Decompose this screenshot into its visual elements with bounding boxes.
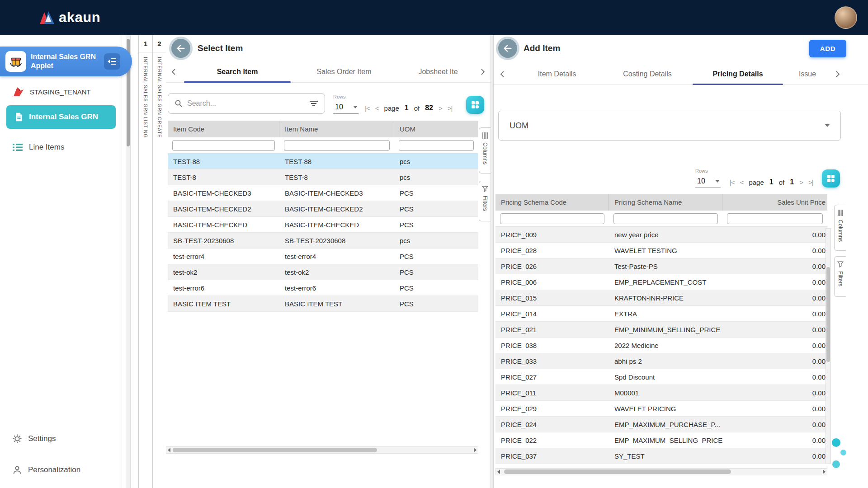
- table-row[interactable]: BASIC-ITEM-CHECKED BASIC-ITEM-CHECKED PC…: [168, 217, 478, 233]
- prev-page-button[interactable]: <: [740, 178, 744, 186]
- table-row[interactable]: TEST-8 TEST-8 pcs: [168, 169, 478, 185]
- horizontal-scrollbar-thumb[interactable]: [504, 469, 731, 474]
- workspace-tab-listing[interactable]: 1 INTERNAL SALES GRN LISTING: [138, 35, 152, 488]
- tabs-scroll-left-icon[interactable]: [171, 68, 176, 75]
- table-row[interactable]: PRICE_033 abhi ps 2 0.00: [495, 353, 827, 369]
- floating-dot[interactable]: [840, 450, 846, 455]
- filter-list-icon[interactable]: [309, 100, 318, 107]
- add-button[interactable]: ADD: [809, 40, 846, 57]
- tab-item-details[interactable]: Item Details: [512, 63, 602, 84]
- table-row[interactable]: PRICE_015 KRAFTON-INR-PRICE 0.00: [495, 290, 827, 306]
- collapse-menu-icon[interactable]: [104, 53, 120, 70]
- filter-input-item-code[interactable]: [172, 140, 275, 151]
- layout-grid-button[interactable]: [466, 96, 484, 114]
- search-input[interactable]: [187, 99, 305, 108]
- tab-costing-details[interactable]: Costing Details: [602, 63, 693, 84]
- sidebar-item-line-items[interactable]: Line Items: [0, 137, 122, 157]
- column-header-uom[interactable]: UOM: [394, 121, 478, 137]
- uom-select[interactable]: UOM: [498, 111, 841, 141]
- scroll-right-arrow-icon[interactable]: [474, 448, 476, 452]
- prev-page-button[interactable]: <: [375, 104, 379, 112]
- table-row[interactable]: PRICE_006 EMP_REPLACEMENT_COST 0.00: [495, 274, 827, 290]
- filters-side-tab[interactable]: Filters: [479, 181, 491, 221]
- table-row[interactable]: TEST-88 TEST-88 pcs: [168, 154, 478, 169]
- sidebar-item-personalization[interactable]: Personalization: [0, 460, 122, 480]
- cell-pricing-schema-code: PRICE_011: [495, 385, 609, 400]
- last-page-button[interactable]: >|: [448, 104, 453, 112]
- next-page-button[interactable]: >: [439, 104, 442, 112]
- tabs-scroll-right-icon[interactable]: [481, 68, 485, 75]
- floating-dot[interactable]: [832, 460, 840, 468]
- table-row[interactable]: BASIC-ITEM-CHECKED2 BASIC-ITEM-CHECKED2 …: [168, 201, 478, 217]
- tabs-scroll-right-icon[interactable]: [835, 70, 840, 78]
- filter-input-uom[interactable]: [399, 140, 474, 151]
- sidebar-item-internal-sales-grn[interactable]: Internal Sales GRN: [6, 105, 116, 129]
- table-row[interactable]: PRICE_009 new year price 0.00: [495, 227, 827, 243]
- table-row[interactable]: PRICE_038 2022 Medicine 0.00: [495, 338, 827, 353]
- table-row[interactable]: SB-TEST-20230608 SB-TEST-20230608 pcs: [168, 233, 478, 249]
- last-page-button[interactable]: >|: [808, 178, 813, 186]
- cell-sales-unit-price: 0.00: [722, 401, 827, 416]
- table-row[interactable]: PRICE_021 EMP_MINIMUM_SELLING_PRICE 0.00: [495, 322, 827, 338]
- cell-sales-unit-price: 0.00: [722, 385, 827, 400]
- column-header-pricing-schema-name[interactable]: Pricing Schema Name: [609, 194, 722, 211]
- funnel-icon: [837, 261, 844, 267]
- table-row[interactable]: PRICE_022 EMP_MAXIMUM_SELLING_PRICE 0.00: [495, 432, 827, 448]
- next-page-button[interactable]: >: [799, 178, 803, 186]
- table-row[interactable]: PRICE_024 EMP_MAXIMUM_PURCHASE_P... 0.00: [495, 417, 827, 432]
- table-row[interactable]: BASIC-ITEM-CHECKED3 BASIC-ITEM-CHECKED3 …: [168, 185, 478, 201]
- table-row[interactable]: PRICE_026 Test-Paste-PS 0.00: [495, 258, 827, 274]
- sidebar-item-settings[interactable]: Settings: [0, 429, 122, 449]
- scroll-left-arrow-icon[interactable]: [497, 469, 500, 474]
- tabs-scroll-left-icon[interactable]: [500, 70, 505, 78]
- filter-input-item-name[interactable]: [284, 140, 390, 151]
- table-row[interactable]: PRICE_011 M00001 0.00: [495, 385, 827, 401]
- column-header-item-name[interactable]: Item Name: [279, 121, 394, 137]
- tenant-selector[interactable]: STAGING_TENANT: [0, 82, 122, 102]
- table-row[interactable]: PRICE_029 WAVELET PRICING 0.00: [495, 401, 827, 417]
- horizontal-scrollbar-thumb[interactable]: [173, 448, 377, 452]
- rows-per-page-select[interactable]: 10: [695, 176, 721, 188]
- columns-side-tab[interactable]: Columns: [834, 205, 846, 251]
- cell-pricing-schema-code: PRICE_006: [495, 274, 609, 290]
- column-header-pricing-schema-code[interactable]: Pricing Schema Code: [495, 194, 609, 211]
- tab-label: Jobsheet Ite: [418, 68, 458, 76]
- cell-item-code: test-ok2: [168, 264, 279, 280]
- table-row[interactable]: test-error4 test-error4 PCS: [168, 249, 478, 264]
- table-row[interactable]: PRICE_028 WAVELET TESTING 0.00: [495, 243, 827, 258]
- user-avatar[interactable]: [835, 6, 857, 29]
- vertical-scrollbar: [826, 228, 831, 464]
- table-row[interactable]: PRICE_027 Spd Discount 0.00: [495, 369, 827, 385]
- tab-jobsheet-item[interactable]: Jobsheet Ite: [397, 61, 479, 82]
- tab-search-item[interactable]: Search Item: [184, 61, 291, 82]
- filter-input-sales-unit-price[interactable]: [727, 213, 823, 224]
- columns-side-tab[interactable]: Columns: [479, 127, 491, 174]
- filter-input-pricing-schema-code[interactable]: [500, 213, 604, 224]
- first-page-button[interactable]: |<: [365, 104, 370, 112]
- tab-pricing-details[interactable]: Pricing Details: [693, 63, 783, 84]
- column-header-sales-unit-price[interactable]: Sales Unit Price: [722, 194, 827, 211]
- back-button[interactable]: [498, 39, 517, 58]
- rows-per-page-select[interactable]: 10: [333, 102, 359, 114]
- scroll-right-arrow-icon[interactable]: [823, 469, 826, 474]
- filter-input-pricing-schema-name[interactable]: [613, 213, 718, 224]
- grid-icon: [827, 174, 835, 183]
- filters-side-tab[interactable]: Filters: [834, 256, 846, 297]
- floating-dot[interactable]: [832, 438, 840, 447]
- table-row[interactable]: PRICE_014 EXTRA 0.00: [495, 306, 827, 322]
- tab-issue[interactable]: Issue: [783, 63, 832, 84]
- table-row[interactable]: test-ok2 test-ok2 PCS: [168, 264, 478, 280]
- cell-sales-unit-price: 0.00: [722, 353, 827, 369]
- workspace-tab-create[interactable]: 2 INTERNAL SALES GRN CREATE: [152, 35, 166, 488]
- tab-sales-order-item[interactable]: Sales Order Item: [291, 61, 397, 82]
- vertical-scrollbar-thumb[interactable]: [826, 267, 830, 362]
- scroll-left-arrow-icon[interactable]: [168, 448, 170, 452]
- table-row[interactable]: test-error6 test-error6 PCS: [168, 280, 478, 296]
- first-page-button[interactable]: |<: [730, 178, 735, 186]
- column-header-item-code[interactable]: Item Code: [168, 121, 279, 137]
- table-row[interactable]: BASIC ITEM TEST BASIC ITEM TEST PCS: [168, 296, 478, 312]
- table-row[interactable]: PRICE_037 SY_TEST 0.00: [495, 448, 827, 464]
- layout-grid-button[interactable]: [822, 169, 840, 188]
- back-button[interactable]: [171, 39, 190, 58]
- applet-header[interactable]: Internal Sales GRN Applet: [0, 47, 132, 76]
